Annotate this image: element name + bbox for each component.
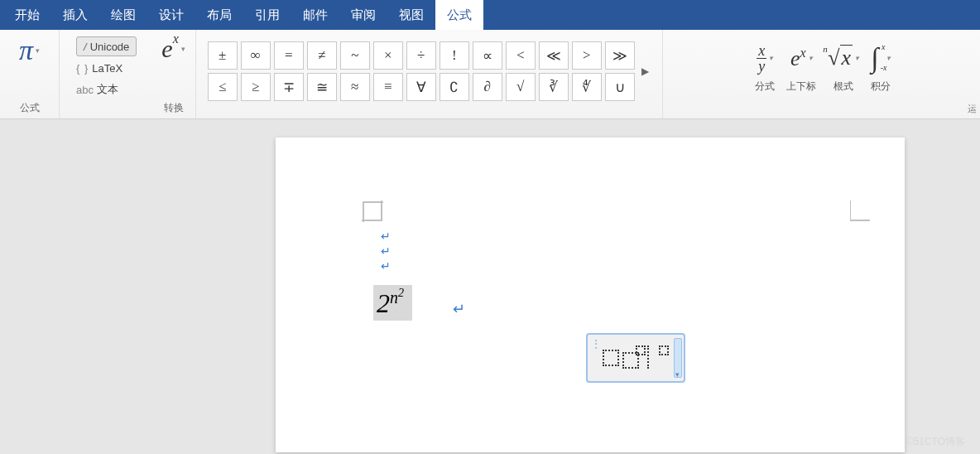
tab-公式[interactable]: 公式 xyxy=(435,0,483,30)
symbol-7[interactable]: ! xyxy=(440,41,469,70)
chevron-down-icon: ▾ xyxy=(181,45,185,53)
symbol-17[interactable]: ≈ xyxy=(340,73,370,101)
symbol-2[interactable]: = xyxy=(274,41,304,70)
watermark: ©51CTO博客 xyxy=(906,435,965,449)
ex-icon: ex xyxy=(161,35,178,63)
group-structures: xy ▾ 分式 ex ▾ 上下标 n √x ▾ xyxy=(663,30,980,118)
ribbon: π ▾ 公式 / Unicode { } LaTeX abc 文本 ex xyxy=(0,30,980,119)
symbol-15[interactable]: ∓ xyxy=(274,73,304,101)
integral-button[interactable]: ∫ x -x ▾ 积分 xyxy=(871,38,891,94)
convert-button[interactable]: ex ▾ xyxy=(160,33,186,65)
group-symbols: ±∞=≠~×÷!∝<≪>≫≤≥∓≅≈≡∀∁∂√∛∜∪ ▶ xyxy=(196,30,663,118)
tab-引用[interactable]: 引用 xyxy=(243,0,291,30)
symbol-9[interactable]: < xyxy=(506,41,536,70)
text-prefix: abc xyxy=(76,84,94,96)
symbol-0[interactable]: ± xyxy=(208,41,238,70)
symbol-6[interactable]: ÷ xyxy=(406,41,436,70)
radical-icon: n √x ▾ xyxy=(828,38,859,78)
group-conversion: / Unicode { } LaTeX abc 文本 ex ▾ 转换 xyxy=(60,30,196,118)
symbol-5[interactable]: × xyxy=(373,41,403,70)
symbol-12[interactable]: ≫ xyxy=(605,41,635,70)
ribbon-tabs: 开始插入绘图设计布局引用邮件审阅视图公式 xyxy=(0,0,980,30)
chevron-down-icon: ▾ xyxy=(809,54,813,62)
chevron-down-icon: ▾ xyxy=(769,54,773,62)
unicode-button[interactable]: / Unicode xyxy=(76,36,137,56)
script-icon: ex ▾ xyxy=(790,38,813,78)
text-label: 文本 xyxy=(97,82,118,97)
tab-审阅[interactable]: 审阅 xyxy=(339,0,387,30)
group-label-conversion: 转换 xyxy=(164,101,184,115)
tab-开始[interactable]: 开始 xyxy=(3,0,51,30)
tab-邮件[interactable]: 邮件 xyxy=(291,0,339,30)
margin-corner-tl2 xyxy=(362,200,383,222)
symbol-grid: ±∞=≠~×÷!∝<≪>≫≤≥∓≅≈≡∀∁∂√∛∜∪ xyxy=(208,41,635,101)
symbol-22[interactable]: √ xyxy=(506,73,536,101)
symbol-21[interactable]: ∂ xyxy=(473,73,502,101)
latex-prefix: { } xyxy=(76,62,89,75)
equation-options-panel[interactable] xyxy=(586,333,685,383)
superscript-only-icon xyxy=(647,347,669,369)
superscript-template-icon xyxy=(622,347,644,369)
panel-dropdown-handle[interactable] xyxy=(674,338,682,378)
symbol-1[interactable]: ∞ xyxy=(241,41,271,70)
symbol-16[interactable]: ≅ xyxy=(307,73,337,101)
radical-button[interactable]: n √x ▾ 根式 xyxy=(828,38,859,94)
unicode-label: Unicode xyxy=(90,41,130,53)
symbol-8[interactable]: ∝ xyxy=(473,41,502,70)
margin-corner-tr xyxy=(850,200,872,222)
conversion-options: / Unicode { } LaTeX abc 文本 xyxy=(68,33,145,115)
latex-label: LaTeX xyxy=(92,62,122,75)
chevron-down-icon: ▾ xyxy=(855,54,859,62)
symbol-gallery-next[interactable]: ▶ xyxy=(640,65,651,77)
group-equation: π ▾ 公式 xyxy=(0,30,60,118)
fraction-button[interactable]: xy ▾ 分式 xyxy=(755,38,775,94)
document-area[interactable]: ↵↵↵ 2n2 ↵ ©51CTO博客 xyxy=(0,119,980,454)
latex-button[interactable]: { } LaTeX xyxy=(76,58,137,78)
symbol-19[interactable]: ∀ xyxy=(406,73,436,101)
tab-绘图[interactable]: 绘图 xyxy=(99,0,147,30)
tab-视图[interactable]: 视图 xyxy=(387,0,435,30)
symbol-10[interactable]: ≪ xyxy=(539,41,569,70)
tab-设计[interactable]: 设计 xyxy=(147,0,195,30)
symbol-23[interactable]: ∛ xyxy=(539,73,569,101)
symbol-24[interactable]: ∜ xyxy=(572,73,602,101)
tab-插入[interactable]: 插入 xyxy=(51,0,99,30)
tab-布局[interactable]: 布局 xyxy=(195,0,243,30)
symbol-11[interactable]: > xyxy=(572,41,602,70)
placeholder-box-icon xyxy=(603,350,619,366)
equation-content[interactable]: 2n2 xyxy=(373,285,412,321)
unicode-prefix: / xyxy=(84,41,87,53)
return-mark: ↵ xyxy=(453,300,465,318)
fraction-icon: xy ▾ xyxy=(757,38,773,78)
pi-icon: π xyxy=(19,35,33,66)
symbol-4[interactable]: ~ xyxy=(340,41,370,70)
symbol-14[interactable]: ≥ xyxy=(241,73,271,101)
integral-icon: ∫ x -x ▾ xyxy=(871,38,891,78)
group-label-equation: 公式 xyxy=(20,101,40,115)
symbol-13[interactable]: ≤ xyxy=(208,73,238,101)
symbol-25[interactable]: ∪ xyxy=(605,73,635,101)
chevron-down-icon: ▾ xyxy=(886,54,891,62)
text-button[interactable]: abc 文本 xyxy=(76,80,137,99)
symbol-20[interactable]: ∁ xyxy=(440,73,469,101)
equation-button[interactable]: π ▾ xyxy=(17,33,41,68)
chevron-down-icon: ▾ xyxy=(36,46,40,55)
page[interactable]: ↵↵↵ 2n2 ↵ xyxy=(276,138,905,452)
script-button[interactable]: ex ▾ 上下标 xyxy=(786,38,816,94)
symbol-3[interactable]: ≠ xyxy=(307,41,337,70)
symbol-18[interactable]: ≡ xyxy=(373,73,403,101)
paragraph-marks: ↵↵↵ xyxy=(381,229,391,273)
